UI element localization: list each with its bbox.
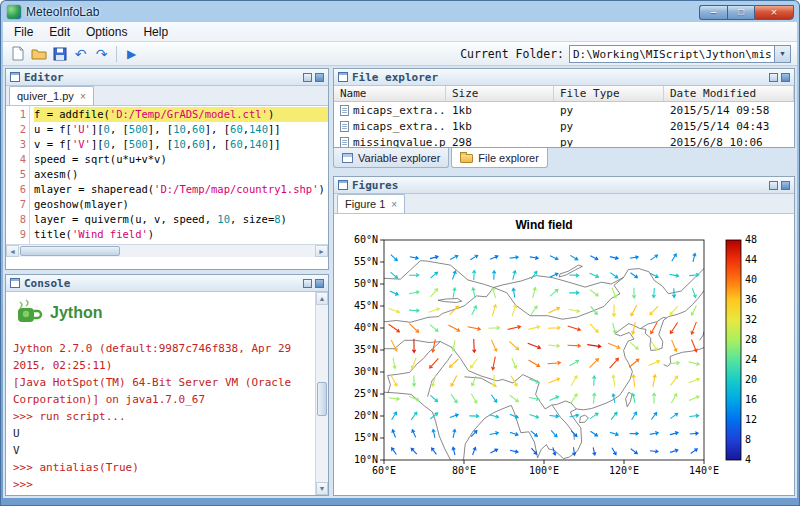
console-vertical-scrollbar[interactable]: ▲ ▼ — [315, 292, 328, 495]
column-header-date-modified[interactable]: Date Modified — [664, 86, 794, 101]
colorbar-tick-label: 12 — [745, 414, 757, 425]
figure-tab-close-icon[interactable]: × — [391, 199, 397, 210]
figure-1-tab[interactable]: Figure 1 × — [337, 194, 405, 213]
file-explorer-panel: File explorer NameSizeFile TypeDate Modi… — [333, 68, 795, 148]
column-header-name[interactable]: Name — [334, 86, 446, 101]
code-line[interactable]: f = addfile('D:/Temp/GrADS/model.ctl') — [34, 107, 328, 122]
console-body[interactable]: Jython Jython 2.7.0 (default:9987c746f83… — [6, 292, 328, 495]
redo-button[interactable]: ↷ — [91, 44, 112, 64]
current-folder-value[interactable]: D:\Working\MIScript\Jython\mis — [570, 46, 774, 62]
column-header-file-type[interactable]: File Type — [554, 86, 664, 101]
editor-tab-quiver_1[interactable]: quiver_1.py × — [9, 86, 94, 105]
table-row[interactable]: missingvalue.py298py2015/6/8 10:06 — [334, 134, 794, 147]
py-file-icon — [340, 137, 349, 147]
console-panel-title: Console — [24, 277, 70, 290]
minimize-button[interactable]: – — [699, 5, 727, 20]
figures-panel-header: Figures — [334, 177, 794, 194]
y-tick-label: 15°N — [354, 432, 378, 443]
y-tick-label: 55°N — [354, 256, 378, 267]
console-maximize-button[interactable] — [315, 279, 324, 288]
map-outlines — [384, 261, 704, 467]
editor-float-button[interactable] — [303, 73, 312, 82]
console-panel-header: Console — [6, 275, 328, 292]
scroll-down-icon[interactable]: ▼ — [316, 482, 328, 495]
titlebar[interactable]: MeteoInfoLab – □ × — [0, 0, 800, 22]
new-file-button[interactable] — [7, 44, 28, 64]
figures-float-button[interactable] — [769, 181, 778, 190]
menubar: FileEditOptionsHelp — [3, 22, 797, 42]
file-modified-cell: 2015/6/8 10:06 — [664, 134, 794, 147]
code-line[interactable]: mlayer = shaperead('D:/Temp/map/country1… — [34, 182, 328, 197]
scroll-left-icon[interactable]: ◄ — [6, 245, 19, 257]
code-line[interactable]: geoshow(mlayer) — [34, 197, 328, 212]
file-size-cell: 1kb — [446, 118, 554, 134]
wind-field-figure-canvas: Wind field60°E80°E100°E120°E140°E10°N15°… — [334, 214, 794, 495]
dock-tab-file-explorer[interactable]: File explorer — [451, 148, 548, 168]
line-number: 2 — [6, 122, 26, 137]
file-explorer-maximize-button[interactable] — [781, 73, 790, 82]
file-name-cell: missingvalue.py — [334, 134, 446, 147]
figures-maximize-button[interactable] — [781, 181, 790, 190]
table-row[interactable]: micaps_extra...1kbpy2015/5/14 09:58 — [334, 102, 794, 118]
menu-file[interactable]: File — [6, 23, 41, 41]
editor-panel-header: Editor — [6, 69, 328, 86]
menu-edit[interactable]: Edit — [41, 23, 78, 41]
current-folder-combobox[interactable]: D:\Working\MIScript\Jython\mis ▼ — [569, 45, 791, 63]
editor-maximize-button[interactable] — [315, 73, 324, 82]
jython-cup-icon — [14, 298, 44, 328]
undo-button[interactable]: ↶ — [70, 44, 91, 64]
column-header-size[interactable]: Size — [446, 86, 554, 101]
file-explorer-float-button[interactable] — [769, 73, 778, 82]
tab-close-icon[interactable]: × — [80, 91, 86, 102]
console-vscroll-thumb[interactable] — [317, 382, 327, 416]
run-icon: ▶ — [127, 48, 136, 60]
code-line[interactable]: layer = quiverm(u, v, speed, 10, size=8) — [34, 212, 328, 227]
figures-panel: Figures Figure 1 × Wind field60°E80°E100… — [333, 176, 795, 496]
save-floppy-icon — [53, 47, 67, 61]
line-number: 7 — [6, 197, 26, 212]
console-output[interactable]: Jython 2.7.0 (default:9987c746f838, Apr … — [13, 340, 312, 493]
console-line: 2015, 02:25:11) — [13, 357, 312, 374]
x-tick-label: 100°E — [529, 465, 559, 476]
toolbar: ↶ ↷ ▶ Current Folder: D:\Working\MIScrip… — [3, 42, 797, 66]
editor-horizontal-scrollbar[interactable]: ◄ ► — [6, 244, 328, 257]
menu-options[interactable]: Options — [78, 23, 135, 41]
file-explorer-header: File explorer — [334, 69, 794, 86]
save-file-button[interactable] — [49, 44, 70, 64]
open-file-button[interactable] — [28, 44, 49, 64]
current-folder-zone: Current Folder: D:\Working\MIScript\Jyth… — [460, 45, 791, 63]
code-text[interactable]: f = addfile('D:/Temp/GrADS/model.ctl')u … — [30, 106, 328, 257]
dock-tab-variable-explorer[interactable]: Variable explorer — [333, 148, 449, 168]
open-folder-icon — [31, 47, 47, 61]
code-editor[interactable]: 12345678910 f = addfile('D:/Temp/GrADS/m… — [6, 106, 328, 257]
code-line[interactable]: speed = sqrt(u*u+v*v) — [34, 152, 328, 167]
run-script-button[interactable]: ▶ — [121, 44, 142, 64]
file-table-header[interactable]: NameSizeFile TypeDate Modified — [334, 86, 794, 102]
scroll-right-icon[interactable]: ► — [315, 245, 328, 257]
code-line[interactable]: u = f['U'][0, [500], [10,60], [60,140]] — [34, 122, 328, 137]
scroll-up-icon[interactable]: ▲ — [316, 292, 328, 305]
file-size-cell: 1kb — [446, 102, 554, 118]
code-line[interactable]: title('Wind field') — [34, 227, 328, 242]
editor-panel-icon — [10, 72, 20, 82]
menu-help[interactable]: Help — [135, 23, 176, 41]
line-number: 8 — [6, 212, 26, 227]
console-line: U — [13, 425, 312, 442]
editor-hscroll-thumb[interactable] — [20, 246, 120, 256]
combo-dropdown-button[interactable]: ▼ — [774, 46, 790, 62]
editor-panel-title: Editor — [24, 71, 64, 84]
code-line[interactable]: axesm() — [34, 167, 328, 182]
file-explorer-panel-icon — [338, 72, 348, 82]
maximize-button[interactable]: □ — [727, 5, 754, 20]
colorbar-tick-label: 48 — [745, 234, 757, 245]
y-tick-label: 30°N — [354, 366, 378, 377]
table-row[interactable]: micaps_extra...1kbpy2015/5/14 04:43 — [334, 118, 794, 134]
y-tick-label: 50°N — [354, 278, 378, 289]
x-tick-label: 120°E — [609, 465, 639, 476]
code-line[interactable]: v = f['V'][0, [500], [10,60], [60,140]] — [34, 137, 328, 152]
console-float-button[interactable] — [303, 279, 312, 288]
close-button[interactable]: × — [754, 5, 794, 20]
file-type-cell: py — [554, 118, 664, 134]
window-title: MeteoInfoLab — [26, 5, 99, 19]
undo-icon: ↶ — [75, 47, 87, 61]
